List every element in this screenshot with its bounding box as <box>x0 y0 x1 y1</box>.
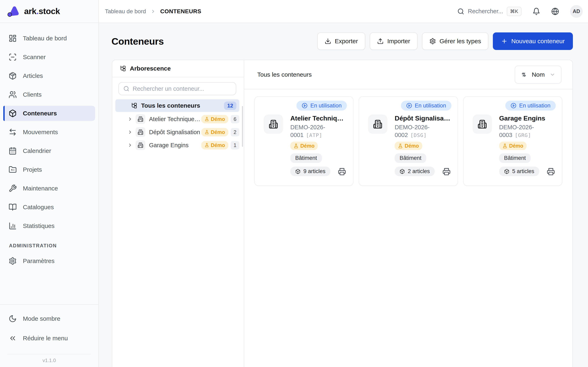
main-content: Conteneurs Exporter Importer Gérer les t… <box>99 23 588 367</box>
expand-chevron-icon[interactable] <box>127 129 133 135</box>
print-button[interactable] <box>442 167 450 175</box>
breadcrumb-parent[interactable]: Tableau de bord <box>105 8 146 15</box>
sidebar-item-projets[interactable]: Projets <box>3 162 95 177</box>
page-title: Conteneurs <box>112 36 164 47</box>
manage-types-button[interactable]: Gérer les types <box>422 33 488 50</box>
type-badge: Bâtiment <box>395 153 426 163</box>
users-icon <box>9 91 17 99</box>
sidebar-item-label: Scanner <box>23 54 46 60</box>
list-title: Tous les conteneurs <box>257 71 312 78</box>
dark-mode-toggle[interactable]: Mode sombre <box>3 311 95 326</box>
sidebar-item-label: Maintenance <box>23 185 58 192</box>
gear-icon <box>9 257 17 265</box>
articles-count-badge: 5 articles <box>499 167 539 176</box>
container-tag: [ATP] <box>306 132 322 138</box>
sidebar-item-label: Mouvements <box>23 129 58 136</box>
sidebar-item-label: Projets <box>23 166 42 173</box>
calendar-icon <box>9 147 17 155</box>
sidebar-item-scanner[interactable]: Scanner <box>3 50 95 65</box>
app-version: v1.1.0 <box>3 354 95 367</box>
play-circle-icon <box>302 103 307 108</box>
sidebar-item-catalogues[interactable]: Catalogues <box>3 200 95 215</box>
tree-node[interactable]: Dépôt Signalisation Démo 2 <box>116 126 239 138</box>
status-badge: En utilisation <box>401 101 451 110</box>
tree-root-label: Tous les conteneurs <box>141 102 220 109</box>
expand-chevron-icon[interactable] <box>127 142 133 148</box>
moon-icon <box>9 315 17 323</box>
container-card[interactable]: En utilisation Atelier Technique Pistes … <box>254 96 354 186</box>
play-circle-icon <box>406 103 412 108</box>
tree-root-all-containers[interactable]: Tous les conteneurs 12 <box>115 99 239 112</box>
container-name: Atelier Technique Pistes <box>290 115 347 122</box>
flask-icon <box>398 143 403 149</box>
tree-root-count-badge: 12 <box>224 101 236 110</box>
tree-node-label: Garage Engins <box>149 142 201 149</box>
bar-chart-icon <box>9 222 17 230</box>
sort-dropdown[interactable]: Nom <box>515 66 562 83</box>
brand-logo[interactable]: ark.stock <box>0 0 98 23</box>
chevron-down-icon <box>550 72 555 77</box>
sidebar-item-label: Articles <box>23 72 43 79</box>
container-cards-grid: En utilisation Atelier Technique Pistes … <box>244 89 572 193</box>
tree-header: Arborescence <box>112 60 244 77</box>
search-icon <box>123 86 130 92</box>
download-icon <box>325 38 331 44</box>
page-actions: Exporter Importer Gérer les types Nouvea… <box>317 33 573 50</box>
chevron-right-icon <box>150 9 156 14</box>
global-search[interactable]: Rechercher... ⌘K <box>457 7 522 16</box>
sidebar-item-tableau-de-bord[interactable]: Tableau de bord <box>3 31 95 46</box>
demo-badge: Démo <box>499 142 527 150</box>
footer-item-label: Réduire le menu <box>23 335 68 342</box>
new-container-button[interactable]: Nouveau conteneur <box>493 33 573 50</box>
tree-search-input[interactable] <box>133 85 231 92</box>
sidebar-footer: Mode sombre Réduire le menu v1.1.0 <box>0 304 98 367</box>
sidebar-item-parametres[interactable]: Paramètres <box>3 253 95 268</box>
gear-icon <box>429 38 436 44</box>
sidebar-item-maintenance[interactable]: Maintenance <box>3 181 95 196</box>
tree-node[interactable]: Atelier Technique Pistes Démo 6 <box>116 113 239 125</box>
play-circle-icon <box>511 103 516 108</box>
type-badge: Bâtiment <box>499 153 531 163</box>
collapse-menu-button[interactable]: Réduire le menu <box>3 331 95 346</box>
container-card[interactable]: En utilisation Garage Engins DEMO-2026- … <box>463 96 562 186</box>
print-button[interactable] <box>547 167 555 175</box>
demo-badge: Démo <box>201 128 228 136</box>
export-button[interactable]: Exporter <box>317 33 365 50</box>
sidebar-item-statistiques[interactable]: Statistiques <box>3 218 95 234</box>
tree-scrollbar[interactable] <box>242 106 243 147</box>
search-label: Rechercher... <box>468 8 503 15</box>
container-card[interactable]: En utilisation Dépôt Signalisation DEMO-… <box>359 96 458 186</box>
import-button[interactable]: Importer <box>370 33 417 50</box>
footer-item-label: Mode sombre <box>23 315 60 322</box>
arrows-left-right-icon <box>9 128 17 136</box>
chevrons-left-icon <box>9 334 17 342</box>
container-name: Dépôt Signalisation <box>395 115 451 122</box>
container-tag: [GRG] <box>515 132 531 138</box>
tree-title: Arborescence <box>130 65 171 72</box>
folder-icon <box>9 166 17 174</box>
tree-icon <box>130 102 137 109</box>
notifications-bell-icon[interactable] <box>532 8 540 15</box>
sidebar-item-mouvements[interactable]: Mouvements <box>3 125 95 140</box>
tree-sidebar: Arborescence Tous les conteneurs 12 Atel… <box>112 60 244 367</box>
flask-icon <box>294 143 298 149</box>
package-icon <box>399 169 405 174</box>
containers-list: Tous les conteneurs Nom En utilisation <box>244 60 572 367</box>
sort-arrows-icon <box>521 72 527 78</box>
tree-node-label: Dépôt Signalisation <box>149 129 201 136</box>
building-icon <box>368 115 387 134</box>
articles-count-badge: 9 articles <box>290 167 330 176</box>
plus-icon <box>501 38 508 44</box>
tree-node[interactable]: Garage Engins Démo 1 <box>116 139 239 151</box>
sidebar-item-calendrier[interactable]: Calendrier <box>3 143 95 158</box>
search-icon <box>457 8 464 15</box>
sidebar-item-clients[interactable]: Clients <box>3 87 95 102</box>
sidebar-item-conteneurs[interactable]: Conteneurs <box>3 106 95 121</box>
expand-chevron-icon[interactable] <box>127 117 133 122</box>
page-header: Conteneurs Exporter Importer Gérer les t… <box>112 33 573 50</box>
print-button[interactable] <box>338 167 346 175</box>
language-globe-icon[interactable] <box>551 8 559 15</box>
sidebar-item-articles[interactable]: Articles <box>3 68 95 83</box>
demo-badge: Démo <box>395 142 422 150</box>
user-avatar[interactable]: AD <box>570 5 583 18</box>
